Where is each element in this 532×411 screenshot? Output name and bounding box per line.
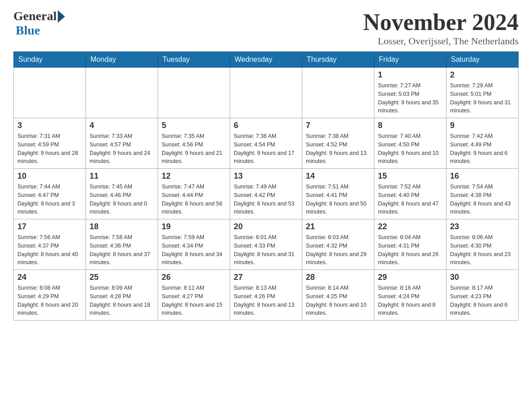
day-info: Sunrise: 7:38 AMSunset: 4:52 PMDaylight:… [306,132,370,166]
day-info: Sunrise: 7:40 AMSunset: 4:50 PMDaylight:… [378,132,442,166]
calendar-cell [86,68,158,118]
calendar-cell: 11Sunrise: 7:45 AMSunset: 4:46 PMDayligh… [86,169,158,219]
day-info: Sunrise: 8:11 AMSunset: 4:27 PMDaylight:… [162,284,226,317]
calendar-cell: 18Sunrise: 7:58 AMSunset: 4:36 PMDayligh… [86,219,158,270]
calendar-header-row: SundayMondayTuesdayWednesdayThursdayFrid… [14,52,519,68]
day-number: 18 [90,222,154,231]
day-number: 26 [162,273,226,282]
header-thursday: Thursday [302,52,374,68]
calendar-cell: 24Sunrise: 8:08 AMSunset: 4:29 PMDayligh… [14,270,86,321]
header-sunday: Sunday [14,52,86,68]
day-number: 8 [378,121,442,130]
day-number: 21 [306,222,370,231]
calendar: SundayMondayTuesdayWednesdayThursdayFrid… [13,51,519,321]
day-info: Sunrise: 7:27 AMSunset: 5:03 PMDaylight:… [378,81,442,115]
calendar-cell: 9Sunrise: 7:42 AMSunset: 4:49 PMDaylight… [446,118,519,169]
day-info: Sunrise: 7:56 AMSunset: 4:37 PMDaylight:… [17,233,82,267]
day-info: Sunrise: 8:04 AMSunset: 4:31 PMDaylight:… [378,233,442,267]
day-info: Sunrise: 7:51 AMSunset: 4:41 PMDaylight:… [306,183,370,216]
calendar-cell: 10Sunrise: 7:44 AMSunset: 4:47 PMDayligh… [14,169,86,219]
calendar-cell: 12Sunrise: 7:47 AMSunset: 4:44 PMDayligh… [158,169,230,219]
day-info: Sunrise: 7:58 AMSunset: 4:36 PMDaylight:… [90,233,154,267]
day-number: 5 [162,121,226,130]
calendar-cell: 17Sunrise: 7:56 AMSunset: 4:37 PMDayligh… [14,219,86,270]
day-number: 9 [450,121,515,130]
calendar-cell: 16Sunrise: 7:54 AMSunset: 4:38 PMDayligh… [446,169,519,219]
calendar-cell: 15Sunrise: 7:52 AMSunset: 4:40 PMDayligh… [374,169,446,219]
day-info: Sunrise: 7:33 AMSunset: 4:57 PMDaylight:… [90,132,154,166]
calendar-week-5: 24Sunrise: 8:08 AMSunset: 4:29 PMDayligh… [14,270,519,321]
day-info: Sunrise: 8:08 AMSunset: 4:29 PMDaylight:… [17,284,82,317]
calendar-cell: 8Sunrise: 7:40 AMSunset: 4:50 PMDaylight… [374,118,446,169]
title-area: November 2024 Losser, Overijssel, The Ne… [363,9,519,47]
day-info: Sunrise: 8:17 AMSunset: 4:23 PMDaylight:… [450,284,515,317]
header-monday: Monday [86,52,158,68]
logo-blue-label: Blue [16,23,40,38]
day-number: 30 [450,273,515,282]
calendar-cell [230,68,302,118]
header-wednesday: Wednesday [230,52,302,68]
day-info: Sunrise: 8:14 AMSunset: 4:25 PMDaylight:… [306,284,370,317]
day-number: 23 [450,222,515,231]
day-number: 17 [17,222,82,231]
day-number: 3 [17,121,82,130]
day-number: 1 [378,70,442,80]
day-number: 24 [17,273,82,282]
calendar-cell: 23Sunrise: 8:06 AMSunset: 4:30 PMDayligh… [446,219,519,270]
day-number: 14 [306,171,370,181]
day-info: Sunrise: 7:31 AMSunset: 4:59 PMDaylight:… [17,132,82,166]
header: General Blue November 2024 Losser, Overi… [13,9,519,47]
calendar-cell: 30Sunrise: 8:17 AMSunset: 4:23 PMDayligh… [446,270,519,321]
day-number: 4 [90,121,154,130]
day-info: Sunrise: 7:49 AMSunset: 4:42 PMDaylight:… [234,183,298,216]
calendar-week-4: 17Sunrise: 7:56 AMSunset: 4:37 PMDayligh… [14,219,519,270]
day-info: Sunrise: 7:52 AMSunset: 4:40 PMDaylight:… [378,183,442,216]
calendar-cell: 27Sunrise: 8:13 AMSunset: 4:26 PMDayligh… [230,270,302,321]
day-number: 16 [450,171,515,181]
day-info: Sunrise: 8:01 AMSunset: 4:33 PMDaylight:… [234,233,298,267]
calendar-cell: 29Sunrise: 8:16 AMSunset: 4:24 PMDayligh… [374,270,446,321]
header-saturday: Saturday [446,52,519,68]
day-info: Sunrise: 7:59 AMSunset: 4:34 PMDaylight:… [162,233,226,267]
calendar-week-1: 1Sunrise: 7:27 AMSunset: 5:03 PMDaylight… [14,68,519,118]
calendar-cell [302,68,374,118]
day-number: 20 [234,222,298,231]
calendar-cell: 6Sunrise: 7:36 AMSunset: 4:54 PMDaylight… [230,118,302,169]
day-info: Sunrise: 8:13 AMSunset: 4:26 PMDaylight:… [234,284,298,317]
day-info: Sunrise: 7:36 AMSunset: 4:54 PMDaylight:… [234,132,298,166]
day-number: 28 [306,273,370,282]
calendar-cell: 26Sunrise: 8:11 AMSunset: 4:27 PMDayligh… [158,270,230,321]
day-info: Sunrise: 7:35 AMSunset: 4:56 PMDaylight:… [162,132,226,166]
day-info: Sunrise: 7:45 AMSunset: 4:46 PMDaylight:… [90,183,154,216]
logo-general-text: General [13,9,56,23]
day-info: Sunrise: 8:03 AMSunset: 4:32 PMDaylight:… [306,233,370,267]
day-number: 22 [378,222,442,231]
day-number: 19 [162,222,226,231]
calendar-cell: 22Sunrise: 8:04 AMSunset: 4:31 PMDayligh… [374,219,446,270]
calendar-cell: 20Sunrise: 8:01 AMSunset: 4:33 PMDayligh… [230,219,302,270]
day-number: 12 [162,171,226,181]
day-info: Sunrise: 8:09 AMSunset: 4:28 PMDaylight:… [90,284,154,317]
logo-arrow-icon [58,10,65,23]
day-number: 15 [378,171,442,181]
calendar-cell: 4Sunrise: 7:33 AMSunset: 4:57 PMDaylight… [86,118,158,169]
calendar-cell [158,68,230,118]
day-info: Sunrise: 7:47 AMSunset: 4:44 PMDaylight:… [162,183,226,216]
location-title: Losser, Overijssel, The Netherlands [363,35,519,47]
day-number: 6 [234,121,298,130]
day-info: Sunrise: 7:29 AMSunset: 5:01 PMDaylight:… [450,81,515,115]
day-number: 11 [90,171,154,181]
header-tuesday: Tuesday [158,52,230,68]
calendar-cell: 7Sunrise: 7:38 AMSunset: 4:52 PMDaylight… [302,118,374,169]
calendar-cell: 1Sunrise: 7:27 AMSunset: 5:03 PMDaylight… [374,68,446,118]
day-info: Sunrise: 7:44 AMSunset: 4:47 PMDaylight:… [17,183,82,216]
calendar-cell: 21Sunrise: 8:03 AMSunset: 4:32 PMDayligh… [302,219,374,270]
month-title: November 2024 [363,9,519,35]
calendar-cell: 13Sunrise: 7:49 AMSunset: 4:42 PMDayligh… [230,169,302,219]
day-number: 27 [234,273,298,282]
day-number: 10 [17,171,82,181]
calendar-cell [14,68,86,118]
logo-bottom-row: Blue [13,23,40,38]
day-info: Sunrise: 8:06 AMSunset: 4:30 PMDaylight:… [450,233,515,267]
day-number: 25 [90,273,154,282]
